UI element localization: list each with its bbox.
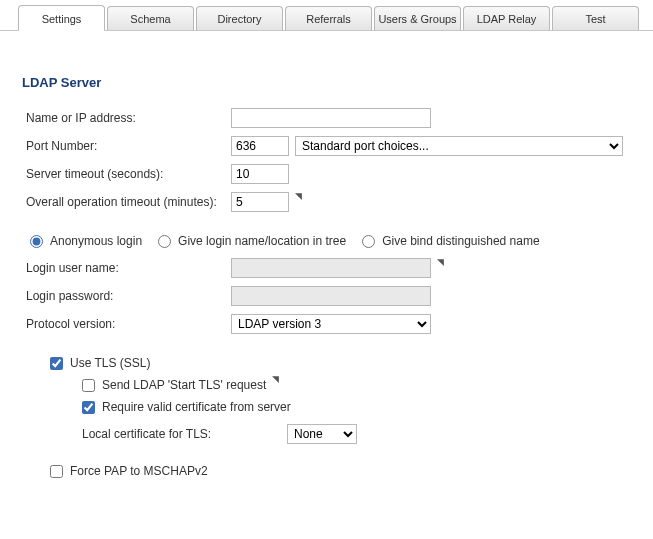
- radio-anonymous-label: Anonymous login: [50, 234, 142, 248]
- radio-bind-dn-label: Give bind distinguished name: [382, 234, 539, 248]
- input-overall-timeout[interactable]: [231, 192, 289, 212]
- check-start-tls-label: Send LDAP 'Start TLS' request: [102, 378, 266, 392]
- radio-anonymous-login[interactable]: Anonymous login: [30, 234, 142, 248]
- tab-directory[interactable]: Directory: [196, 6, 283, 30]
- tab-users-groups[interactable]: Users & Groups: [374, 6, 461, 30]
- check-force-pap[interactable]: Force PAP to MSCHAPv2: [50, 464, 208, 478]
- check-require-cert-label: Require valid certificate from server: [102, 400, 291, 414]
- input-name-or-ip[interactable]: [231, 108, 431, 128]
- label-protocol: Protocol version:: [22, 317, 231, 331]
- tab-settings[interactable]: Settings: [18, 5, 105, 31]
- input-server-timeout[interactable]: [231, 164, 289, 184]
- label-local-cert: Local certificate for TLS:: [82, 427, 287, 441]
- label-server-timeout: Server timeout (seconds):: [22, 167, 231, 181]
- input-port-number[interactable]: [231, 136, 289, 156]
- settings-window: Settings Schema Directory Referrals User…: [0, 0, 653, 539]
- tab-bar: Settings Schema Directory Referrals User…: [0, 0, 653, 31]
- check-force-pap-label: Force PAP to MSCHAPv2: [70, 464, 208, 478]
- check-use-tls-label: Use TLS (SSL): [70, 356, 150, 370]
- settings-panel: LDAP Server Name or IP address: Port Num…: [0, 31, 653, 492]
- select-port-choice[interactable]: Standard port choices...: [295, 136, 623, 156]
- label-name-or-ip: Name or IP address:: [22, 111, 231, 125]
- radio-login-name[interactable]: Give login name/location in tree: [158, 234, 346, 248]
- tab-test[interactable]: Test: [552, 6, 639, 30]
- section-title: LDAP Server: [22, 75, 631, 90]
- label-overall-timeout: Overall operation timeout (minutes):: [22, 195, 231, 209]
- marker-icon: ◥: [437, 257, 444, 267]
- marker-icon: ◥: [295, 191, 302, 201]
- label-login-pass: Login password:: [22, 289, 231, 303]
- select-local-cert[interactable]: None: [287, 424, 357, 444]
- tab-ldap-relay[interactable]: LDAP Relay: [463, 6, 550, 30]
- check-use-tls[interactable]: Use TLS (SSL): [50, 356, 150, 370]
- label-login-user: Login user name:: [22, 261, 231, 275]
- radio-bind-dn[interactable]: Give bind distinguished name: [362, 234, 539, 248]
- select-protocol[interactable]: LDAP version 3: [231, 314, 431, 334]
- check-require-cert[interactable]: Require valid certificate from server: [82, 400, 291, 414]
- radio-login-name-label: Give login name/location in tree: [178, 234, 346, 248]
- input-login-user: [231, 258, 431, 278]
- label-port-number: Port Number:: [22, 139, 231, 153]
- tab-schema[interactable]: Schema: [107, 6, 194, 30]
- tab-referrals[interactable]: Referrals: [285, 6, 372, 30]
- marker-icon: ◥: [272, 374, 279, 384]
- input-login-pass: [231, 286, 431, 306]
- check-start-tls[interactable]: Send LDAP 'Start TLS' request: [82, 378, 266, 392]
